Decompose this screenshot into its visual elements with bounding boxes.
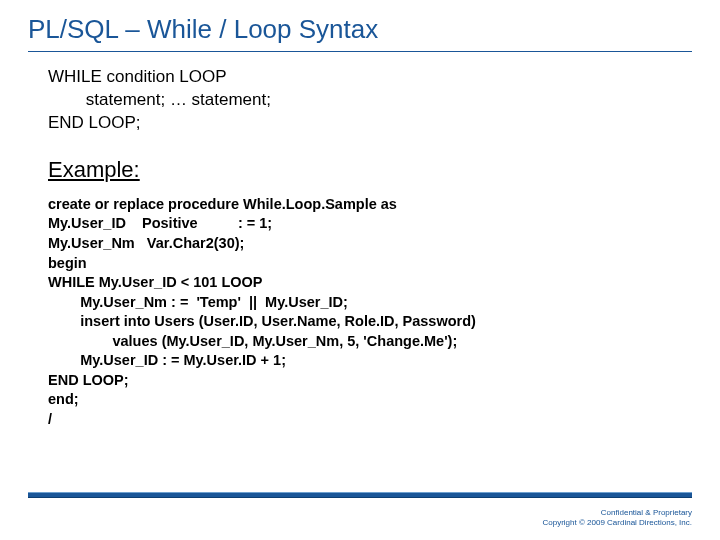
code-line: My.User_ID Positive : = 1; xyxy=(48,214,692,234)
code-line: insert into Users (User.ID, User.Name, R… xyxy=(48,312,692,332)
code-line: WHILE My.User_ID < 101 LOOP xyxy=(48,273,692,293)
code-line: end; xyxy=(48,390,692,410)
code-line: My.User_Nm : = 'Temp' || My.User_ID; xyxy=(48,293,692,313)
syntax-line: END LOOP; xyxy=(48,112,692,135)
code-line: begin xyxy=(48,254,692,274)
footer-copyright: Copyright © 2009 Cardinal Directions, In… xyxy=(542,518,692,528)
footer-text: Confidential & Proprietary Copyright © 2… xyxy=(542,508,692,528)
code-line: / xyxy=(48,410,692,430)
syntax-line: statement; … statement; xyxy=(48,89,692,112)
slide: PL/SQL – While / Loop Syntax WHILE condi… xyxy=(0,0,720,430)
code-line: values (My.User_ID, My.User_Nm, 5, 'Chan… xyxy=(48,332,692,352)
code-line: create or replace procedure While.Loop.S… xyxy=(48,195,692,215)
code-block: create or replace procedure While.Loop.S… xyxy=(48,195,692,430)
footer-confidential: Confidential & Proprietary xyxy=(542,508,692,518)
syntax-line: WHILE condition LOOP xyxy=(48,66,692,89)
footer-divider xyxy=(28,493,692,498)
code-line: END LOOP; xyxy=(48,371,692,391)
code-line: My.User_ID : = My.User.ID + 1; xyxy=(48,351,692,371)
code-line: My.User_Nm Var.Char2(30); xyxy=(48,234,692,254)
example-heading: Example: xyxy=(48,157,692,183)
syntax-block: WHILE condition LOOP statement; … statem… xyxy=(48,66,692,135)
page-title: PL/SQL – While / Loop Syntax xyxy=(28,14,692,52)
